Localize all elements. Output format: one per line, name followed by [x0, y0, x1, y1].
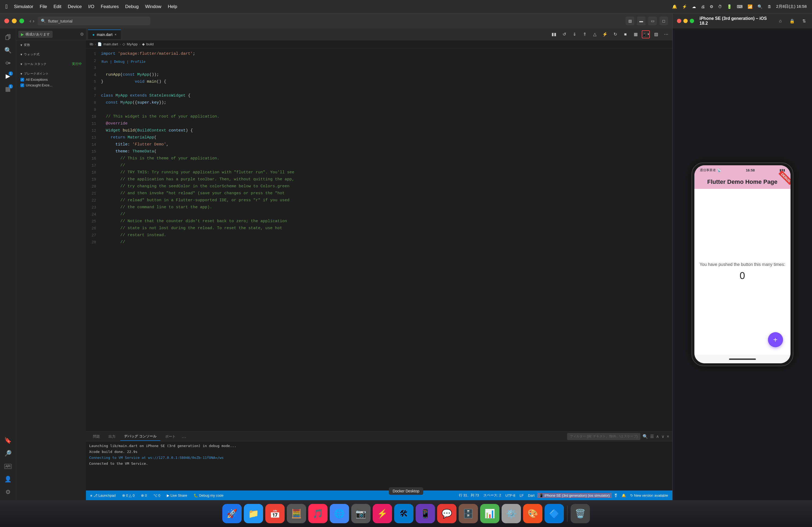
pause-btn[interactable]: ▮▮	[550, 30, 558, 39]
status-spaces[interactable]: スペース: 2	[482, 493, 503, 498]
status-errors[interactable]: ⊗ 0 △ 0	[120, 491, 136, 500]
minimize-button[interactable]	[12, 18, 17, 23]
bp-checkbox-uncaught[interactable]	[20, 84, 24, 87]
sidebar-explorer[interactable]: 🗍	[2, 32, 14, 44]
dock-item-vscode[interactable]: 🛠	[394, 504, 414, 523]
sidebar-search[interactable]: 🔍	[2, 45, 14, 56]
scroll-down-icon[interactable]: ∨	[661, 434, 665, 439]
close-panel-icon[interactable]: ×	[667, 434, 669, 439]
watch-header[interactable]: ▼ ウォッチ式	[18, 51, 84, 57]
config-gear-icon[interactable]: ⚙	[80, 32, 84, 37]
status-remote-icon[interactable]: ⚧	[613, 494, 619, 497]
dock-item-db[interactable]: 🗄️	[459, 504, 478, 523]
dock-item-dev[interactable]: 🔷	[545, 504, 564, 523]
stop-btn[interactable]: ■	[621, 30, 629, 39]
nav-back[interactable]: ‹	[30, 18, 31, 24]
panel-tabs-more[interactable]: …	[182, 434, 186, 439]
run-debug-profile[interactable]: Run | Debug | Profile	[102, 59, 146, 65]
status-bell[interactable]: 🔔	[620, 494, 627, 497]
code-editor[interactable]: 12345 678910 1112131415 1617181920 21222…	[86, 48, 672, 432]
dock-item-chat[interactable]: 💬	[437, 504, 456, 523]
dock-item-settings[interactable]: ⚙️	[502, 504, 521, 523]
panel-tab-debug-console[interactable]: デバッグ コンソール	[120, 432, 160, 441]
status-live-share[interactable]: ▶ Live Share	[165, 491, 189, 500]
filter-input[interactable]: フィルター (例: テキスト、!除外、\エスケープ)	[567, 433, 640, 440]
menu-window[interactable]: Window	[145, 4, 161, 10]
sim-home-icon[interactable]: ⌂	[777, 17, 784, 25]
sim-minimize-btn[interactable]	[683, 19, 688, 23]
tab-close-icon[interactable]: ×	[115, 33, 117, 36]
status-language[interactable]: Dart	[526, 494, 536, 497]
sidebar-search2[interactable]: 🔎	[2, 448, 14, 460]
step-out-btn[interactable]: ⇑	[581, 30, 589, 39]
status-line-ending[interactable]: LF	[518, 494, 525, 497]
step-over-btn[interactable]: ↺	[560, 30, 568, 39]
status-position[interactable]: 行 31、列 73	[457, 493, 481, 498]
dock-item-finder[interactable]: 📁	[244, 504, 263, 523]
maximize-button[interactable]	[19, 18, 24, 23]
filter-search-icon[interactable]: 🔍	[642, 434, 648, 439]
panel-tab-problems[interactable]: 問題	[89, 432, 104, 441]
split-view-btn[interactable]: ▨	[652, 30, 660, 39]
menu-debug[interactable]: Debug	[125, 4, 139, 10]
sidebar-settings[interactable]: ⚙	[2, 486, 14, 498]
call-stack-header[interactable]: ▼ コール スタック 実行中	[18, 61, 84, 67]
status-debug-code[interactable]: 🐛 Debug my code	[192, 491, 225, 500]
sidebar-api[interactable]: API	[2, 461, 14, 472]
menu-edit[interactable]: Edit	[54, 4, 61, 10]
reload-btn[interactable]: ↻	[611, 30, 619, 39]
dock-item-app2[interactable]: ⚡	[373, 504, 392, 523]
dock-item-calendar[interactable]: 📅	[265, 504, 285, 523]
layout-icon-3[interactable]: ▭	[648, 17, 657, 25]
sidebar-run-debug[interactable]: ▶ 1	[2, 70, 14, 82]
menu-file[interactable]: File	[40, 4, 47, 10]
layout-icon-2[interactable]: ▬	[637, 17, 646, 25]
layout-icon-1[interactable]: ▨	[626, 17, 634, 25]
breakpoints-header[interactable]: ▼ ブレークポイント	[18, 71, 84, 77]
run-config-button[interactable]: ▶ 構成があります	[18, 31, 53, 38]
nav-forward[interactable]: ›	[33, 18, 34, 24]
dock-item-camera[interactable]: 📷	[351, 504, 371, 523]
dock-item-flutter[interactable]: 📱	[416, 504, 435, 523]
status-encoding[interactable]: UTF-8	[504, 494, 517, 497]
status-device[interactable]: 📱 iPhone SE (3rd generation) (ios simula…	[537, 493, 612, 498]
sim-maximize-btn[interactable]	[690, 19, 694, 23]
screenshot-btn[interactable]: ▦	[632, 30, 640, 39]
status-remote[interactable]: ⌥ 0	[152, 491, 162, 500]
dock-item-charts[interactable]: 📊	[480, 504, 499, 523]
status-warnings[interactable]: ⊗ 0	[139, 491, 148, 500]
tab-main-dart[interactable]: ● main.dart ×	[88, 30, 121, 39]
step-into-btn[interactable]: ⇓	[570, 30, 578, 39]
search-bar[interactable]: 🔍 flutter_tutorial	[38, 17, 150, 25]
menu-simulator[interactable]: Simulator	[14, 4, 33, 10]
restart-btn[interactable]: △	[591, 30, 599, 39]
dock-item-calculator[interactable]: 🧮	[287, 504, 306, 523]
menu-device[interactable]: Device	[68, 4, 82, 10]
sidebar-account[interactable]: 👤	[2, 473, 14, 485]
filter-list-icon[interactable]: ☰	[650, 434, 654, 439]
panel-tab-output[interactable]: 出力	[105, 432, 119, 441]
variables-header[interactable]: ▼ 変数	[18, 42, 84, 48]
dock-item-trash[interactable]: 🗑️	[570, 504, 590, 523]
menu-help[interactable]: Help	[168, 4, 177, 10]
sim-lock-icon[interactable]: 🔒	[788, 17, 796, 25]
close-button[interactable]	[4, 18, 9, 23]
dock-item-music[interactable]: 🎵	[308, 504, 328, 523]
more-btn[interactable]: ⋯	[662, 30, 670, 39]
menu-io[interactable]: I/O	[88, 4, 95, 10]
sim-rotate-icon[interactable]: ⇅	[800, 17, 808, 25]
sidebar-extensions[interactable]: ▦ 1	[2, 83, 14, 95]
sidebar-bookmarks[interactable]: 🔖	[2, 435, 14, 447]
dock-item-launchpad[interactable]: 🚀	[222, 504, 242, 523]
sim-close-btn[interactable]	[677, 19, 681, 23]
device-mirror-btn[interactable]: 📱 ▼	[642, 30, 650, 39]
layout-icon-4[interactable]: ◻	[659, 17, 668, 25]
bp-checkbox-all[interactable]	[20, 78, 24, 81]
dock-item-chrome[interactable]: 🌐	[330, 504, 349, 523]
panel-tab-ports[interactable]: ポート	[161, 432, 179, 441]
status-new-version[interactable]: ↻ New version available	[628, 494, 670, 497]
hot-reload-btn[interactable]: ⚡	[601, 30, 609, 39]
fab-button[interactable]: +	[768, 332, 783, 347]
dock-item-figma[interactable]: 🎨	[523, 504, 542, 523]
sidebar-git[interactable]: ⚩	[2, 57, 14, 69]
